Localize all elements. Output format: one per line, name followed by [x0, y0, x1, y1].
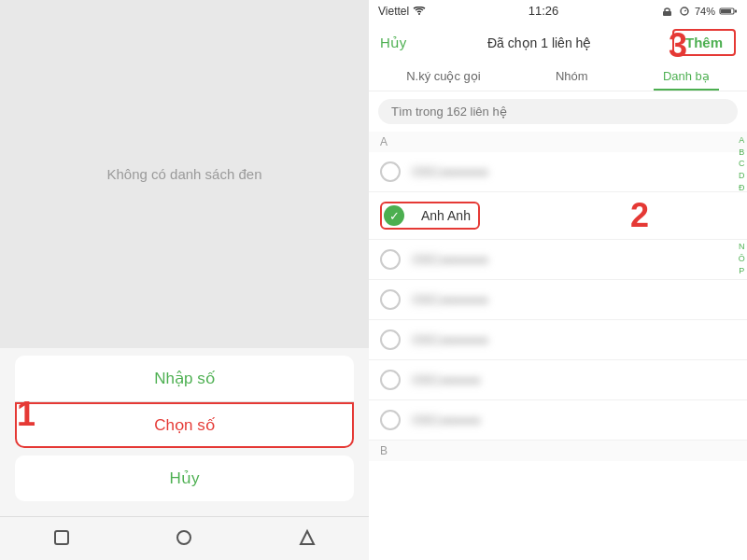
contact-name-blurred: 0981●●●●●●	[412, 252, 488, 267]
left-bottom-actions: Nhập số Chọn số Hủy	[0, 348, 369, 516]
svg-point-1	[177, 531, 190, 544]
contact-row[interactable]: 0981●●●●●●	[369, 240, 747, 280]
step-2-indicator: 2	[630, 196, 649, 235]
contact-name-blurred: 0981●●●●●	[412, 372, 480, 387]
contacts-list: A B C D Đ H K L M N Ô P A 0981●●●●●● ✓ A…	[369, 132, 747, 560]
radio-unselected[interactable]	[380, 249, 401, 270]
alarm-icon	[678, 7, 691, 16]
nav-square-icon[interactable]	[50, 526, 73, 549]
chon-so-button[interactable]: Chọn số	[15, 402, 354, 448]
contact-row[interactable]: 0981●●●●●	[369, 400, 747, 441]
section-a-header: A	[369, 132, 747, 152]
contact-row-selected[interactable]: ✓ Anh Anh 2	[369, 192, 747, 240]
nav-back-icon[interactable]	[296, 526, 318, 549]
wifi-icon	[413, 7, 426, 16]
radio-unselected[interactable]	[380, 289, 401, 310]
check-icon: ✓	[384, 205, 404, 226]
right-panel: Viettel 11:26 74%	[369, 0, 747, 560]
contact-name-blurred: 0981●●●●●●	[412, 292, 488, 307]
svg-marker-2	[301, 531, 314, 544]
contact-name-blurred: 0981●●●●●●	[412, 164, 488, 179]
contact-row[interactable]: 0981●●●●●	[369, 360, 747, 400]
huy-left-button[interactable]: Hủy	[15, 455, 354, 501]
header-title: Đã chọn 1 liên hệ	[487, 35, 591, 50]
svg-rect-0	[55, 531, 68, 544]
step-1-indicator: 1	[17, 395, 35, 434]
contact-name-anh-anh: Anh Anh	[421, 208, 471, 223]
action-buttons: Nhập số Chọn số	[15, 356, 354, 455]
radio-unselected[interactable]	[380, 410, 401, 430]
empty-state-area: Không có danh sách đen	[0, 0, 369, 348]
header-row: Hủy Đã chọn 1 liên hệ Thêm	[369, 21, 747, 60]
nav-circle-icon[interactable]	[173, 526, 195, 549]
tab-nky-cuoc-goi[interactable]: N.ký cuộc gọi	[397, 63, 490, 91]
contact-row[interactable]: 0981●●●●●●	[369, 280, 747, 320]
search-input[interactable]	[378, 99, 738, 124]
radio-unselected[interactable]	[380, 161, 401, 182]
cancel-button[interactable]: Hủy	[380, 35, 406, 51]
them-button[interactable]: Thêm	[672, 29, 736, 56]
tabs-row: N.ký cuộc gọi Nhóm Danh bạ	[369, 60, 747, 91]
status-bar: Viettel 11:26 74%	[369, 0, 747, 21]
contact-row[interactable]: 0981●●●●●●	[369, 320, 747, 360]
svg-rect-8	[735, 9, 737, 12]
tab-nhom[interactable]: Nhóm	[546, 63, 598, 91]
no-list-text: Không có danh sách đen	[107, 166, 262, 182]
selected-contact-box: ✓ Anh Anh	[380, 202, 480, 230]
carrier-text: Viettel	[378, 5, 409, 18]
battery-text: 74%	[695, 6, 715, 17]
left-panel: Không có danh sách đen 1 Nhập số Chọn số…	[0, 0, 369, 560]
search-row	[369, 91, 747, 132]
radio-unselected[interactable]	[380, 370, 401, 390]
nhap-so-button[interactable]: Nhập số	[15, 356, 354, 402]
tab-danh-ba[interactable]: Danh bạ	[654, 63, 719, 91]
time-display: 11:26	[529, 4, 559, 18]
svg-line-5	[684, 10, 686, 11]
contact-row[interactable]: 0981●●●●●●	[369, 152, 747, 192]
nav-bar	[0, 516, 369, 560]
contact-name-blurred: 0981●●●●●●	[412, 332, 488, 347]
status-right: 74%	[661, 6, 738, 17]
battery-icon	[719, 7, 738, 16]
radio-unselected[interactable]	[380, 329, 401, 350]
contact-name-blurred: 0981●●●●●	[412, 413, 480, 427]
svg-rect-3	[663, 11, 671, 16]
lock-icon	[661, 7, 674, 16]
status-left: Viettel	[378, 5, 426, 18]
alpha-A[interactable]: A	[739, 135, 746, 147]
section-b-header: B	[369, 441, 747, 461]
svg-rect-7	[721, 9, 731, 13]
